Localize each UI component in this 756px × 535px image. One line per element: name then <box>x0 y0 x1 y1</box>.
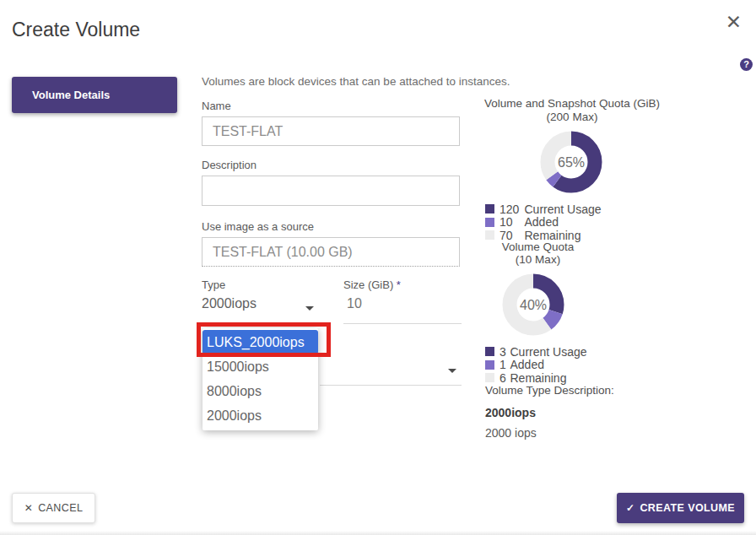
name-input[interactable]: TEST-FLAT <box>202 116 460 146</box>
check-icon: ✓ <box>626 502 634 514</box>
legend-value: 1 <box>500 358 510 371</box>
size-input[interactable]: 10 <box>347 296 362 311</box>
legend-label: Current Usage <box>525 203 602 216</box>
cancel-button-label: CANCEL <box>38 502 83 514</box>
legend-swatch <box>485 218 494 227</box>
volume-quota-chart-title: Volume Quota <box>472 240 603 253</box>
legend-row: 1Added <box>485 359 587 372</box>
dropdown-option[interactable]: 15000iops <box>202 354 318 379</box>
modal-bottom-shadow <box>0 531 756 535</box>
legend-swatch <box>485 360 494 370</box>
image-source-label: Use image as a source <box>202 220 314 233</box>
legend-row: 10Added <box>485 216 602 230</box>
legend-row: 6Remaining <box>485 371 587 385</box>
close-icon[interactable]: ✕ <box>726 13 742 32</box>
legend-value: 10 <box>500 215 525 229</box>
type-label: Type <box>202 278 225 291</box>
chevron-down-icon[interactable] <box>448 369 456 373</box>
volume-type-description-heading: Volume Type Description: <box>485 384 614 397</box>
legend-label: Current Usage <box>510 345 587 359</box>
legend-label: Added <box>510 358 544 371</box>
image-source-input[interactable]: TEST-FLAT (10.00 GB) <box>202 237 460 267</box>
chevron-down-icon <box>305 306 314 311</box>
quota-chart-subtitle: (200 Max) <box>472 111 672 123</box>
close-icon: ✕ <box>24 502 33 514</box>
wizard-step-volume-details[interactable]: Volume Details <box>12 77 177 113</box>
quota-donut-legend: 120Current Usage10Added70Remaining <box>485 203 602 242</box>
type-select[interactable]: 2000iops <box>202 296 256 311</box>
create-volume-button-label: CREATE VOLUME <box>640 502 735 514</box>
volume-quota-donut-legend: 3Current Usage1Added6Remaining <box>485 345 587 385</box>
legend-value: 120 <box>500 203 525 216</box>
size-label: Size (GiB) * <box>343 278 401 291</box>
dropdown-option[interactable]: LUKS_2000iops <box>202 330 318 354</box>
dropdown-option[interactable]: 2000iops <box>202 403 318 428</box>
volume-type-name: 2000iops <box>485 406 536 419</box>
help-icon[interactable]: ? <box>740 58 753 71</box>
legend-swatch <box>485 204 494 213</box>
legend-value: 3 <box>500 345 510 359</box>
legend-value: 6 <box>500 371 510 385</box>
type-dropdown-menu: LUKS_2000iops15000iops8000iops2000iops <box>202 328 318 430</box>
legend-label: Added <box>525 215 559 229</box>
create-volume-button[interactable]: ✓ CREATE VOLUME <box>617 493 744 523</box>
volume-quota-chart-subtitle: (10 Max) <box>472 253 603 266</box>
legend-row: 120Current Usage <box>485 203 602 216</box>
form-intro-text: Volumes are block devices that can be at… <box>202 75 510 88</box>
legend-row: 3Current Usage <box>485 345 587 359</box>
dialog-title: Create Volume <box>12 19 140 41</box>
legend-label: Remaining <box>510 371 567 385</box>
dropdown-option[interactable]: 8000iops <box>202 379 318 403</box>
quota-donut-percent: 65% <box>535 155 608 170</box>
legend-swatch <box>485 347 494 356</box>
cancel-button[interactable]: ✕ CANCEL <box>12 493 95 523</box>
legend-swatch <box>485 373 494 382</box>
description-label: Description <box>202 159 256 171</box>
quota-chart-title: Volume and Snapshot Quota (GiB) <box>472 97 672 110</box>
volume-quota-donut-percent: 40% <box>497 298 570 313</box>
required-asterisk: * <box>397 278 401 291</box>
collapsed-select-underline <box>320 385 462 386</box>
name-label: Name <box>202 100 231 112</box>
legend-swatch <box>485 230 494 240</box>
volume-type-description-text: 2000 iops <box>485 426 537 440</box>
description-input[interactable] <box>202 176 460 206</box>
size-input-underline <box>343 323 462 324</box>
